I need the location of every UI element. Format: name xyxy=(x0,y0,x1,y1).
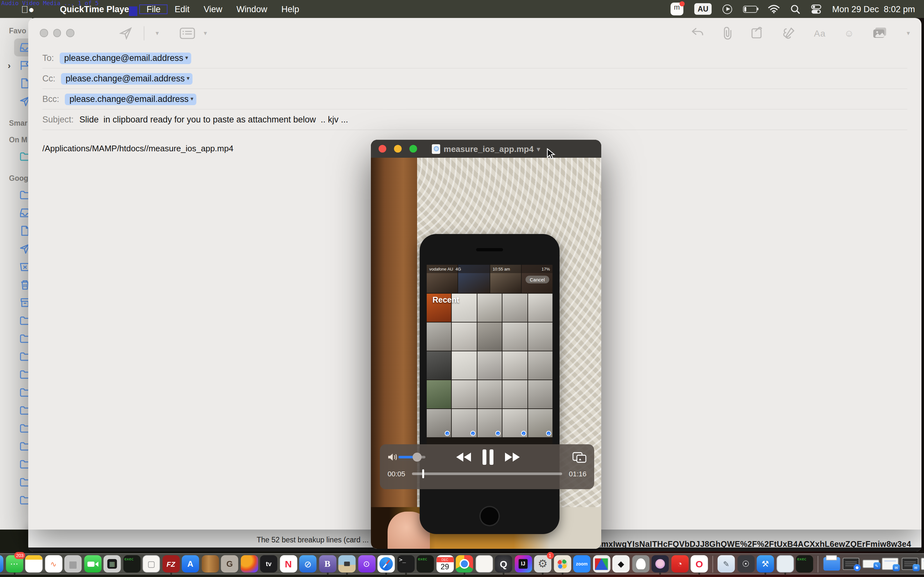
dock-item-exec-terminal-3[interactable]: exec xyxy=(796,553,814,574)
dock-item-minimized-mail-window[interactable]: ✉ xyxy=(881,553,899,574)
control-center-icon[interactable] xyxy=(811,3,821,15)
sidebar-item-folder[interactable] xyxy=(0,473,32,491)
attach-document-button[interactable] xyxy=(751,27,763,39)
dock-item-podcasts[interactable]: ⊙ xyxy=(358,553,376,574)
dock-item-opera[interactable]: O xyxy=(690,553,708,574)
sidebar-item-folder[interactable] xyxy=(0,311,32,330)
sidebar-item-flag[interactable]: › xyxy=(0,56,32,74)
sidebar-item-document[interactable] xyxy=(0,74,32,92)
pip-button[interactable] xyxy=(572,452,586,463)
dock-item-white-doc-app[interactable] xyxy=(475,553,493,574)
subject-text[interactable]: Slide in clipboard ready for you to past… xyxy=(79,115,348,124)
dock-item-lace-app[interactable] xyxy=(776,553,794,574)
send-button[interactable] xyxy=(119,27,132,39)
dock-item-palette-app[interactable] xyxy=(553,553,572,574)
dock-item-system-settings[interactable]: ⚙1 xyxy=(534,553,552,574)
battery-icon[interactable] xyxy=(743,5,757,13)
undo-button[interactable] xyxy=(691,27,704,39)
token-chevron-icon[interactable]: ▾ xyxy=(191,95,194,102)
dock-item-document-app[interactable]: ▢ xyxy=(142,553,160,574)
header-fields-button[interactable] xyxy=(179,27,195,39)
sidebar-item-folder[interactable] xyxy=(0,401,32,419)
menu-view[interactable]: View xyxy=(197,4,229,14)
sidebar-item-folder[interactable] xyxy=(0,330,32,348)
to-field[interactable]: To: please.change@email.address▾ xyxy=(42,48,907,69)
dock-item-minimized-safari-window[interactable] xyxy=(842,553,860,574)
title-chevron-icon[interactable]: ▾ xyxy=(537,145,540,152)
dock-item-messages[interactable]: ⋯203 xyxy=(5,553,23,574)
dock-item-notes[interactable] xyxy=(25,553,43,574)
sidebar-item-folder[interactable] xyxy=(0,437,32,455)
sidebar-item-sent[interactable] xyxy=(0,92,32,110)
sidebar-item-folder[interactable] xyxy=(0,455,32,473)
dock-item-terminal[interactable]: >_ xyxy=(397,553,415,574)
dock-item-leather-app[interactable] xyxy=(201,553,219,574)
token-chevron-icon[interactable]: ▾ xyxy=(187,75,190,81)
dock-item-apple-tv[interactable]: tv xyxy=(260,553,278,574)
dock-item-journal-app[interactable]: ✎ xyxy=(717,553,735,574)
wifi-icon[interactable] xyxy=(768,3,780,15)
token-chevron-icon[interactable]: ▾ xyxy=(185,55,188,61)
video-frame[interactable]: ✓✓✓✓✓ vodafone AU 4G 10:55 am 17% Cancel… xyxy=(371,158,601,549)
spotlight-icon[interactable] xyxy=(790,3,800,15)
window-close-button[interactable] xyxy=(40,29,48,37)
dock-item-calendar[interactable]: 29 xyxy=(436,553,454,574)
photo-browser-button[interactable] xyxy=(873,27,888,39)
window-minimize-button[interactable] xyxy=(53,29,61,37)
menu-edit[interactable]: Edit xyxy=(168,4,197,14)
status-app-icon[interactable] xyxy=(671,3,684,15)
dock-item-minimized-dialog-window[interactable]: ✎ xyxy=(862,553,880,574)
dock-item-exec-terminal[interactable]: exec xyxy=(123,553,141,574)
sidebar-item-archive[interactable] xyxy=(0,293,32,311)
bcc-field[interactable]: Bcc: please.change@email.address▾ xyxy=(42,89,907,110)
dock-item-exec-terminal-2[interactable]: exec xyxy=(417,553,435,574)
dock-item-tooth-app[interactable] xyxy=(632,553,650,574)
seek-bar[interactable] xyxy=(412,473,562,475)
dock-item-launchpad[interactable] xyxy=(64,553,82,574)
format-button[interactable]: Aa xyxy=(814,28,825,38)
dock-item-news[interactable]: N xyxy=(279,553,297,574)
disclosure-chevron-icon[interactable]: › xyxy=(8,60,11,71)
photo-browser-chevron-icon[interactable]: ▾ xyxy=(907,29,910,37)
menu-file[interactable]: File xyxy=(140,4,168,14)
dock-item-safari[interactable] xyxy=(377,553,395,574)
dock-item-gauge-app[interactable]: ◔ xyxy=(671,553,689,574)
dock-item-minimized-mail-window[interactable]: ✉ xyxy=(921,553,924,574)
dock-item-quicktime-player[interactable]: Q xyxy=(495,553,513,574)
sidebar-item-folder[interactable] xyxy=(0,491,32,509)
playhead[interactable] xyxy=(422,470,425,479)
dock-item-bbedit[interactable]: B xyxy=(318,553,336,574)
dock-item-accessibility-app[interactable]: ☉ xyxy=(737,553,755,574)
cc-recipient-token[interactable]: please.change@email.address▾ xyxy=(61,73,193,84)
menu-clock[interactable]: Mon 29 Dec 8:02 pm xyxy=(832,4,915,14)
dock-item-mail[interactable]: ✉ xyxy=(0,553,4,574)
sidebar-item-inbox[interactable] xyxy=(0,204,32,222)
menu-window[interactable]: Window xyxy=(229,4,274,14)
sidebar-item-document[interactable] xyxy=(0,222,32,240)
attach-file-button[interactable] xyxy=(722,27,732,39)
window-zoom-button[interactable] xyxy=(66,29,74,37)
cc-field[interactable]: Cc: please.change@email.address▾ xyxy=(42,69,907,89)
dock-item-chrome[interactable] xyxy=(456,553,473,574)
subject-field[interactable]: Subject: Slide in clipboard ready for yo… xyxy=(42,110,907,130)
dock-item-gimp[interactable]: G xyxy=(221,553,239,574)
dock-item-xcode-tool[interactable]: ⚒ xyxy=(756,553,774,574)
volume-knob[interactable] xyxy=(413,453,422,462)
dock-item-blocker-app[interactable]: ⊘ xyxy=(299,553,317,574)
writing-tools-button[interactable] xyxy=(782,27,795,39)
body-text[interactable]: /Applications/MAMP/htdocs//measure_ios_a… xyxy=(42,143,233,153)
dock-item-downloads-folder[interactable] xyxy=(822,553,841,574)
dock-item-cat-app[interactable] xyxy=(651,553,669,574)
sidebar-item-folder[interactable] xyxy=(0,384,32,401)
dock-item-pyramid-app[interactable] xyxy=(593,553,611,574)
sidebar-item-folder[interactable] xyxy=(0,186,32,204)
dock-item-app-store[interactable]: A xyxy=(182,553,200,574)
sidebar-item-trash[interactable] xyxy=(0,276,32,293)
dock-item-firefox[interactable] xyxy=(240,553,258,574)
emoji-button[interactable]: ☺ xyxy=(844,27,854,39)
sidebar-item-sent[interactable] xyxy=(0,240,32,258)
rewind-button[interactable] xyxy=(456,453,471,462)
dock-item-image-capture[interactable] xyxy=(338,553,356,574)
pause-button[interactable] xyxy=(483,450,493,465)
dock-item-facetime[interactable] xyxy=(84,553,102,574)
